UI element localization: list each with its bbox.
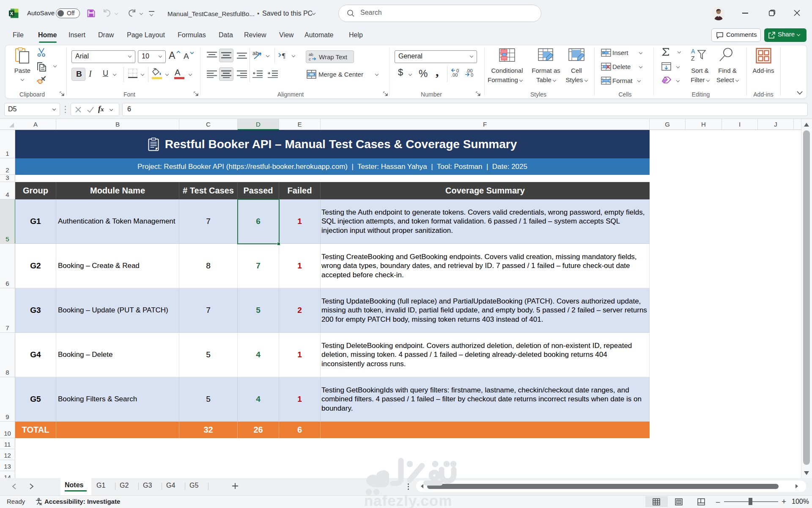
svg-text:Z: Z	[691, 55, 695, 62]
svg-text:¶: ¶	[282, 52, 285, 59]
svg-text:c: c	[309, 57, 311, 61]
svg-text:.00: .00	[451, 72, 458, 77]
svg-text:X: X	[10, 11, 14, 16]
svg-text:0: 0	[471, 72, 473, 77]
svg-text:A: A	[691, 48, 695, 55]
svg-text:ab: ab	[309, 52, 313, 57]
svg-text:nafezly.com: nafezly.com	[364, 492, 453, 508]
